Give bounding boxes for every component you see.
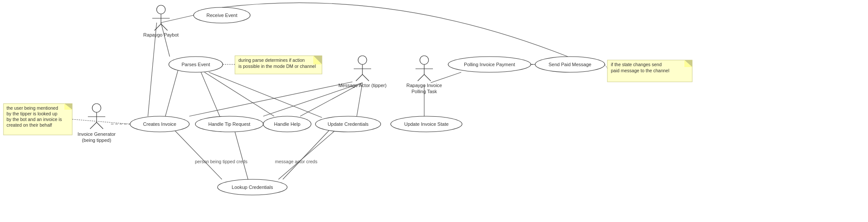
svg-point-16 <box>92 104 101 112</box>
usecase-update-credentials: Update Credentials <box>315 116 381 132</box>
actor-rapaygo-invoice-polling-label-1: Rapaygo Invoice <box>406 83 442 88</box>
svg-line-9 <box>356 74 362 81</box>
usecase-handle-tip-request: Handle Tip Request <box>195 116 263 132</box>
note-state-changes-text-2: paid message to the channel <box>611 68 669 73</box>
svg-line-42 <box>605 64 607 68</box>
usecase-update-invoice-state-label: Update Invoice State <box>404 121 449 127</box>
usecase-handle-tip-request-label: Handle Tip Request <box>208 121 251 127</box>
svg-line-20 <box>97 122 103 129</box>
usecase-send-paid-message: Send Paid Message <box>535 57 605 72</box>
svg-line-15 <box>424 74 431 81</box>
actor-invoice-generator-label-1: Invoice Generator <box>77 131 116 137</box>
svg-point-1 <box>157 5 165 14</box>
usecase-parses-event-label: Parses Event <box>181 62 210 67</box>
usecase-send-paid-message-label: Send Paid Message <box>549 62 591 67</box>
actor-invoice-generator-label-2: (being tipped) <box>82 138 111 143</box>
note-user-mention-text-2: by the tipper is looked up <box>7 111 57 116</box>
note-state-changes: if the state changes send paid message t… <box>605 60 692 82</box>
line-parses-tip <box>201 72 220 116</box>
line-message-creates <box>189 82 352 116</box>
note-during-parse: during parse determines if action is pos… <box>223 56 322 74</box>
svg-line-14 <box>418 74 424 81</box>
line-update-lookup <box>283 131 329 179</box>
line-paybot-receive <box>161 15 194 23</box>
usecase-receive-event: Receive Event <box>194 7 250 23</box>
usecase-update-credentials-label: Update Credentials <box>328 121 369 127</box>
svg-line-19 <box>90 122 97 129</box>
svg-line-10 <box>362 74 369 81</box>
line-paybot-parses <box>161 23 170 57</box>
note-state-changes-text-1: if the state changes send <box>611 62 662 67</box>
label-message-actor-creds: message actor creds <box>275 159 317 164</box>
note-user-mention-text-4: created on their behalf <box>7 122 52 128</box>
arc-receive-send <box>222 3 568 57</box>
actor-message-actor-label: Message Actor (tipper) <box>338 83 387 88</box>
usecase-parses-event: Parses Event <box>169 57 223 72</box>
line-polling-task-polling <box>431 72 461 83</box>
usecase-polling-invoice-payment: Polling Invoice Payment <box>448 57 531 72</box>
note-user-mention-text-3: by the bot and an invoice is <box>7 117 62 122</box>
note-user-mention-text-1: the user being mentioned <box>7 105 58 111</box>
note-user-being-mentioned: the user being mentioned by the tipper i… <box>3 104 130 135</box>
actor-invoice-generator: Invoice Generator (being tipped) <box>77 104 116 143</box>
usecase-creates-invoice-label: Creates Invoice <box>143 121 176 127</box>
line-parses-creates <box>165 69 178 116</box>
usecase-creates-invoice: Creates Invoice <box>130 116 189 132</box>
usecase-polling-invoice-payment-label: Polling Invoice Payment <box>464 62 515 67</box>
svg-point-11 <box>420 56 429 64</box>
usecase-receive-event-label: Receive Event <box>207 13 238 18</box>
actor-rapaygo-paybot: Rapaygo Paybot <box>143 5 178 37</box>
usecase-lookup-credentials: Lookup Credentials <box>218 179 287 195</box>
usecase-handle-help: Handle Help <box>263 116 311 132</box>
line-creds-lookup <box>278 131 335 179</box>
svg-line-4 <box>154 24 161 30</box>
label-person-tipped-creds: person being tipped creds <box>195 159 248 164</box>
usecase-handle-help-label: Handle Help <box>274 121 301 127</box>
note-during-parse-text-1: during parse determines if action <box>238 57 305 63</box>
line-tip-lookup <box>235 132 248 179</box>
actor-rapaygo-invoice-polling-label-2: Polling Task <box>412 89 437 94</box>
svg-line-38 <box>72 119 130 124</box>
actor-rapaygo-paybot-label: Rapaygo Paybot <box>143 32 178 37</box>
svg-point-6 <box>358 56 367 64</box>
actor-message-actor: Message Actor (tipper) <box>338 56 387 88</box>
usecase-lookup-credentials-label: Lookup Credentials <box>232 185 273 190</box>
line-creates-lookup <box>174 130 222 179</box>
note-during-parse-text-2: is possible in the mode DM or channel <box>238 64 316 69</box>
usecase-update-invoice-state: Update Invoice State <box>391 116 462 132</box>
